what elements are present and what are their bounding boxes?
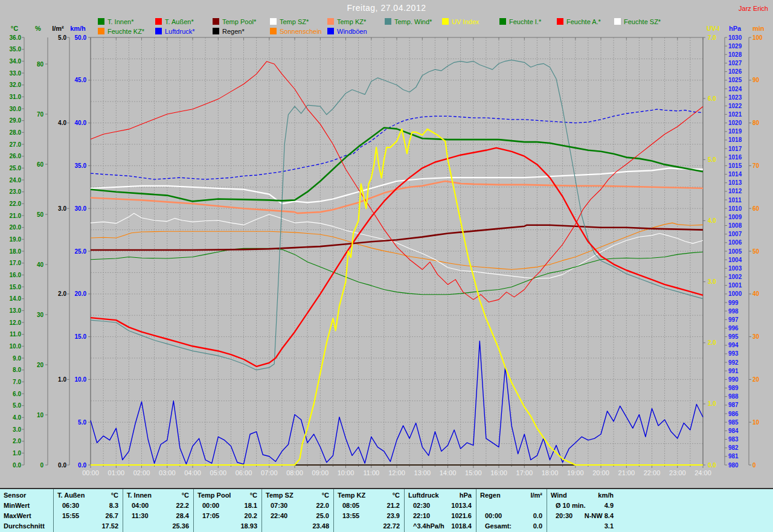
svg-text:18.0: 18.0 xyxy=(10,248,22,255)
svg-text:1006: 1006 xyxy=(728,239,742,246)
svg-text:8.0: 8.0 xyxy=(13,367,21,373)
table-column-luftdruck-row: 22:101021.6 xyxy=(405,511,476,521)
table-column-wind-header-label: Wind xyxy=(547,490,567,501)
svg-text:994: 994 xyxy=(728,342,739,348)
table-column-t-au-en-row: 15:5526.7 xyxy=(54,511,123,521)
svg-text:995: 995 xyxy=(728,333,739,340)
axis-min: 0102030405060708090100min xyxy=(749,25,765,469)
axis-kmh: 0.05.010.015.020.025.030.035.040.045.050… xyxy=(70,25,91,469)
svg-text:1004: 1004 xyxy=(728,257,742,263)
svg-text:3.0: 3.0 xyxy=(708,278,716,285)
table-column-temp-kz-header-value: °C xyxy=(365,490,405,501)
table-column-temp-kz-row-value: 23.9 xyxy=(359,511,405,521)
table-column-luftdruck-row-value: 1018.4 xyxy=(444,521,476,531)
svg-text:9.0: 9.0 xyxy=(13,355,21,362)
axis-lm2: 0.01.02.03.04.05.0l/m² xyxy=(52,25,69,469)
table-column-t-innen-row-label: 11:30 xyxy=(123,511,149,521)
svg-text:12.0: 12.0 xyxy=(10,319,22,326)
table-column-t-innen-header-value: °C xyxy=(152,490,194,501)
svg-text:5.0: 5.0 xyxy=(708,156,716,163)
svg-text:999: 999 xyxy=(728,300,739,306)
svg-text:05:00: 05:00 xyxy=(210,469,227,476)
svg-text:1029: 1029 xyxy=(728,43,742,50)
svg-text:1009: 1009 xyxy=(728,214,742,220)
table-column-luftdruck-header-label: Luftdruck xyxy=(405,490,439,501)
chart-grid xyxy=(91,37,703,465)
table-column-wind-row-label: Ø 10 min. xyxy=(547,501,586,511)
svg-text:991: 991 xyxy=(728,368,739,374)
row-label-label: Durchschnitt xyxy=(0,521,45,531)
svg-text:23:00: 23:00 xyxy=(669,469,686,476)
svg-text:26.0: 26.0 xyxy=(10,153,22,159)
svg-text:15.0: 15.0 xyxy=(10,284,22,290)
svg-text:18:00: 18:00 xyxy=(542,469,559,476)
svg-text:25.0: 25.0 xyxy=(10,165,22,171)
table-column-luftdruck-header-value: hPa xyxy=(439,490,476,501)
table-column-luftdruck: LuftdruckhPa02:301013.422:101021.6^3.4hP… xyxy=(404,489,476,532)
svg-text:2.0: 2.0 xyxy=(13,438,21,444)
table-column-temp-sz-row-value: 23.48 xyxy=(271,521,334,531)
table-column-temp-pool-row-value: 18.1 xyxy=(219,501,262,511)
svg-text:30: 30 xyxy=(37,312,44,318)
axis-unit-lm2: l/m² xyxy=(52,25,64,32)
svg-text:35.0: 35.0 xyxy=(75,162,87,169)
svg-text:90: 90 xyxy=(752,77,760,83)
svg-text:998: 998 xyxy=(728,308,739,315)
svg-text:1007: 1007 xyxy=(728,231,742,237)
svg-text:31.0: 31.0 xyxy=(10,94,22,100)
table-column-temp-kz-row: 22.72 xyxy=(334,521,405,531)
svg-text:1020: 1020 xyxy=(728,120,742,126)
table-column-temp-pool-header-value: °C xyxy=(231,490,262,501)
svg-text:19.0: 19.0 xyxy=(10,236,22,243)
svg-text:20.0: 20.0 xyxy=(10,224,22,231)
svg-text:0.0: 0.0 xyxy=(13,462,21,469)
svg-text:13.0: 13.0 xyxy=(10,307,22,314)
row-label-value xyxy=(30,501,53,511)
svg-text:988: 988 xyxy=(728,393,739,400)
svg-text:1.0: 1.0 xyxy=(708,400,716,407)
table-column-temp-sz-row: 07:3022.0 xyxy=(262,501,334,511)
table-column-temp-sz-row-label xyxy=(262,521,271,531)
table-column-t-innen-row-value: 25.36 xyxy=(132,521,194,531)
table-column-temp-pool-header: Temp Pool°C xyxy=(194,490,262,501)
svg-text:997: 997 xyxy=(728,316,739,323)
svg-text:40: 40 xyxy=(752,290,760,297)
svg-text:980: 980 xyxy=(728,462,739,469)
table-column-wind-row-value: 4.9 xyxy=(586,501,618,511)
table-column-regen-header: Regenl/m² xyxy=(476,490,547,501)
axis-unit-uv: UV-I xyxy=(707,25,719,32)
svg-text:60: 60 xyxy=(752,205,760,212)
weather-chart: 0.01.02.03.04.05.06.07.08.09.010.011.012… xyxy=(0,0,773,488)
table-column-regen-row-value xyxy=(485,501,547,511)
table-column-temp-kz-row: 08:0521.2 xyxy=(334,501,405,511)
svg-text:0: 0 xyxy=(752,462,756,469)
table-column-temp-sz-row: 22:4025.0 xyxy=(262,511,334,521)
svg-text:14:00: 14:00 xyxy=(440,469,457,476)
table-column-t-au-en-row: 17.52 xyxy=(54,521,123,531)
svg-text:19:00: 19:00 xyxy=(567,469,584,476)
table-column-temp-kz: Temp KZ°C08:0521.213:5523.922.72 xyxy=(333,489,405,532)
table-column-t-au-en-header: T. Außen°C xyxy=(54,490,123,501)
table-column-t-au-en-row: 06:308.3 xyxy=(54,501,123,511)
table-column-t-innen-row-value: 22.2 xyxy=(149,501,194,511)
svg-text:1030: 1030 xyxy=(728,34,742,41)
svg-text:17:00: 17:00 xyxy=(516,469,533,476)
axis-unit-hpa: hPa xyxy=(729,25,742,32)
table-column-temp-sz-header-value: °C xyxy=(293,490,334,501)
table-column-luftdruck-row-label: ^3.4hPa/h xyxy=(405,521,444,531)
svg-text:982: 982 xyxy=(728,444,739,451)
svg-text:4.0: 4.0 xyxy=(708,217,716,224)
table-column-t-innen-row: 04:0022.2 xyxy=(123,501,194,511)
table-column-wind-row-label xyxy=(547,521,556,531)
svg-text:1008: 1008 xyxy=(728,222,742,229)
svg-text:22:00: 22:00 xyxy=(644,469,661,476)
table-column-temp-pool-row-value: 20.2 xyxy=(219,511,262,521)
svg-text:11.0: 11.0 xyxy=(10,331,21,338)
svg-text:1012: 1012 xyxy=(728,188,742,194)
svg-text:80: 80 xyxy=(752,120,760,126)
svg-text:11:00: 11:00 xyxy=(363,469,379,476)
svg-text:6.0: 6.0 xyxy=(13,391,21,397)
svg-text:16:00: 16:00 xyxy=(490,469,507,476)
svg-text:15:00: 15:00 xyxy=(465,469,482,476)
svg-text:1.0: 1.0 xyxy=(58,376,66,383)
